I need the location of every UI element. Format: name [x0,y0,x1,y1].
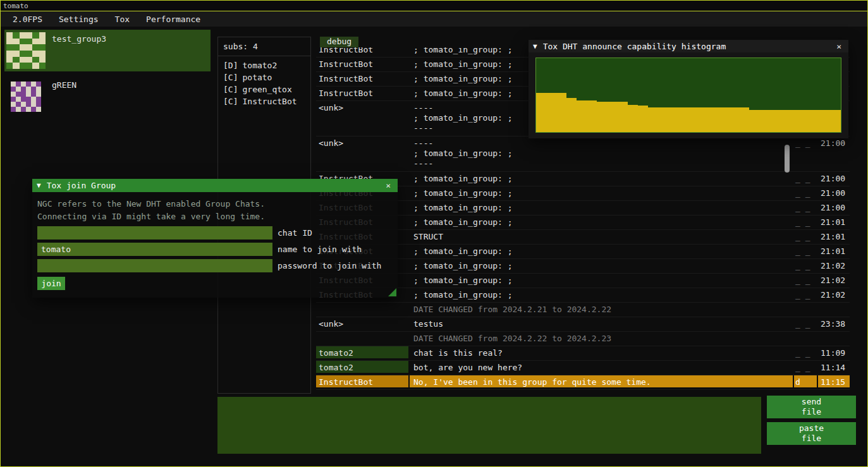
message-status: _ _ [794,230,817,242]
member-prefix: [C] [223,85,238,94]
chat-row[interactable]: tomato2chat is this real?_ _11:09 [316,346,850,361]
message-sender: InstructBot [316,87,408,99]
dht-histogram-window-title: Tox DHT announce capability histogram [543,42,834,51]
message-status: _ _ [794,172,817,184]
member-name: InstructBot [242,97,296,106]
name-to-join-with-input[interactable]: tomato [37,243,272,256]
resize-grip-icon[interactable] [388,288,396,296]
join-group-window: ▼ Tox join Group × NGC refers to the New… [32,179,398,298]
date-separator-row: DATE CHANGED from 2024.2.21 to 2024.2.22 [316,303,850,317]
message-time: 11:15 [818,375,850,387]
message-sender: <unk> [316,136,408,149]
message-text: ; tomato_in_group: ; [410,245,793,257]
histogram-bar [780,110,790,132]
chat-ID-input[interactable] [37,226,272,240]
histogram-bar [658,107,668,132]
member-potato[interactable]: [C]potato [218,71,310,83]
message-status: _ _ [794,317,817,329]
histogram-bar [769,110,779,132]
message-text: ; tomato_in_group: ; [410,274,793,286]
histogram-bar [810,110,821,132]
histogram-bar [536,93,546,132]
avatar [6,31,46,70]
member-prefix: [C] [223,73,238,82]
chat-scrollbar-thumb[interactable] [785,145,790,173]
join-group-window-title: Tox join Group [47,181,384,190]
histogram-bar [638,106,648,132]
dht-histogram-titlebar[interactable]: ▼ Tox DHT announce capability histogram … [529,40,848,52]
window-titlebar[interactable]: tomato [1,1,867,11]
histogram-bar [668,107,678,132]
message-status: _ _ [794,274,817,286]
member-name: tomato2 [242,61,277,70]
message-status: _ _ [794,361,817,373]
message-input[interactable] [217,397,761,454]
group-name: test_group3 [52,31,106,70]
message-text: ; tomato_in_group: ; [410,186,793,198]
tab-debug[interactable]: debug [320,37,358,47]
message-time: 21:02 [818,259,850,271]
message-text: No, I've been in this group for quite so… [410,375,793,387]
message-status: _ _ [794,288,817,300]
dht-histogram-window: ▼ Tox DHT announce capability histogram … [529,40,848,138]
password-to-join-with-input[interactable] [37,259,272,272]
histogram-bar [699,107,709,132]
window-title: tomato [3,2,28,10]
histogram-bar [719,107,729,132]
member-tomato2[interactable]: [D]tomato2 [218,59,310,71]
menu-item-tox[interactable]: Tox [107,13,138,26]
message-sender: InstructBot [316,72,408,84]
send-file-button[interactable]: send file [767,396,856,418]
chat-row[interactable]: <unk>----; tomato_in_group: ;----_ _21:0… [316,136,850,172]
join-group-titlebar[interactable]: ▼ Tox join Group × [32,179,398,192]
join-fields: chat IDtomatoname to join withpassword t… [37,226,393,272]
menu-item-settings[interactable]: Settings [51,13,107,26]
field-label: name to join with [278,243,362,256]
member-InstructBot[interactable]: [C]InstructBot [218,95,310,107]
histogram-bar [566,98,577,132]
sidebar-group-test_group3[interactable]: test_group3 [4,30,211,71]
join-group-body: NGC refers to the New DHT enabled Group … [32,192,398,290]
message-status: _ _ [794,346,817,358]
message-status: _ _ [794,215,817,227]
close-icon[interactable]: × [383,181,393,190]
histogram-bar [688,107,699,132]
message-status: _ _ [794,186,817,198]
menu-items: SettingsToxPerformance [51,13,209,26]
ngc-description-line2: Connecting via ID might take a very long… [37,210,393,223]
message-text: bot, are you new here? [410,361,793,373]
histogram-bar [607,102,617,132]
collapse-arrow-icon[interactable]: ▼ [533,42,537,51]
chat-row[interactable]: tomato2bot, are you new here?_ _11:14 [316,361,850,375]
message-time: 21:01 [818,215,850,227]
message-sender: tomato2 [316,361,408,373]
avatar [6,77,46,116]
chat-row[interactable]: <unk>testus_ _23:38 [316,317,850,332]
group-avatar-icon [6,32,46,69]
member-green_qtox[interactable]: [C]green_qtox [218,83,310,95]
members-header: subs: 4 [218,37,310,54]
sidebar-group-gREEN[interactable]: gREEN [4,76,211,118]
histogram-bar [556,93,566,132]
message-sender: tomato2 [316,346,408,358]
histogram-bar [546,93,556,132]
member-name: green_qtox [242,85,291,94]
chat-row[interactable]: InstructBotNo, I've been in this group f… [316,375,850,390]
message-time: 21:01 [818,230,850,242]
histogram-bar [678,107,688,132]
histogram-bar [729,107,739,132]
collapse-arrow-icon[interactable]: ▼ [37,181,41,190]
histogram-bar [618,102,628,132]
menu-item-performance[interactable]: Performance [138,13,209,26]
close-icon[interactable]: × [834,42,844,51]
paste-file-button[interactable]: paste file [767,422,856,445]
histogram-bar [739,107,749,132]
message-text: ; tomato_in_group: ; [410,288,793,300]
histogram-bar [628,105,638,132]
message-sender: InstructBot [316,58,408,70]
message-time: 21:01 [818,245,850,257]
histogram-bar [800,110,810,132]
histogram-bar [597,102,607,132]
message-time: 21:00 [818,186,850,198]
join-button[interactable]: join [37,277,65,290]
